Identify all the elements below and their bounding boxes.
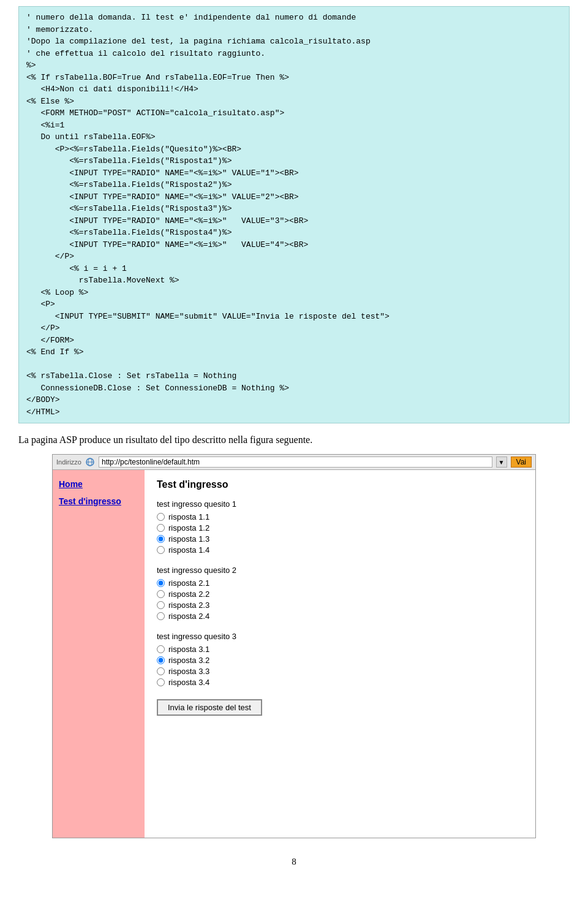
question-block-3: test ingresso quesito 3risposta 3.1rispo… [157, 632, 523, 687]
answer-row-3-4: risposta 3.4 [157, 678, 523, 687]
browser-addressbar: Indirizzo ▼ Vai [53, 455, 535, 470]
submit-button[interactable]: Invia le risposte del test [157, 699, 262, 716]
answer-row-1-2: risposta 1.2 [157, 523, 523, 533]
globe-icon [85, 457, 95, 467]
question-label-3: test ingresso quesito 3 [157, 632, 523, 641]
answer-label-3-2: risposta 3.2 [168, 656, 209, 665]
answer-label-1-2: risposta 1.2 [168, 523, 209, 533]
answer-row-1-3: risposta 1.3 [157, 534, 523, 544]
description-text: La pagina ASP produce un risultato del t… [18, 434, 570, 445]
answer-row-3-3: risposta 3.3 [157, 667, 523, 676]
answer-row-2-3: risposta 2.3 [157, 601, 523, 610]
go-button[interactable]: Vai [511, 457, 532, 468]
radio-q1-a1[interactable] [157, 513, 165, 521]
question-label-1: test ingresso quesito 1 [157, 499, 523, 509]
answer-row-3-2: risposta 3.2 [157, 656, 523, 665]
radio-q2-a3[interactable] [157, 601, 165, 609]
sidebar-link-test[interactable]: Test d'ingresso [59, 496, 138, 506]
answer-label-2-1: risposta 2.1 [168, 578, 209, 588]
answer-row-2-1: risposta 2.1 [157, 578, 523, 588]
answer-label-2-3: risposta 2.3 [168, 601, 209, 610]
radio-q1-a2[interactable] [157, 524, 165, 532]
browser-main: Test d'ingresso test ingresso quesito 1r… [145, 470, 535, 838]
page-number: 8 [18, 857, 570, 867]
question-label-2: test ingresso quesito 2 [157, 566, 523, 575]
address-label: Indirizzo [56, 458, 81, 466]
browser-sidebar: Home Test d'ingresso [53, 470, 145, 838]
answer-label-2-4: risposta 2.4 [168, 612, 209, 621]
radio-q3-a1[interactable] [157, 645, 165, 653]
page-title: Test d'ingresso [157, 479, 523, 490]
radio-q1-a3[interactable] [157, 535, 165, 543]
radio-q2-a1[interactable] [157, 579, 165, 587]
radio-q3-a2[interactable] [157, 656, 165, 664]
questions-container: test ingresso quesito 1risposta 1.1rispo… [157, 499, 523, 687]
url-input[interactable] [99, 457, 492, 468]
answer-row-2-2: risposta 2.2 [157, 589, 523, 599]
browser-content: Home Test d'ingresso Test d'ingresso tes… [53, 470, 535, 838]
answer-row-3-1: risposta 3.1 [157, 645, 523, 654]
answer-row-2-4: risposta 2.4 [157, 612, 523, 621]
answer-label-1-1: risposta 1.1 [168, 512, 209, 521]
radio-q3-a3[interactable] [157, 667, 165, 675]
submit-row: Invia le risposte del test [157, 699, 523, 716]
answer-row-1-1: risposta 1.1 [157, 512, 523, 521]
page-wrapper: ' numero della domanda. Il test e' indip… [0, 0, 588, 885]
radio-q2-a2[interactable] [157, 590, 165, 598]
dropdown-icon[interactable]: ▼ [496, 457, 507, 468]
answer-label-3-1: risposta 3.1 [168, 645, 209, 654]
radio-q1-a4[interactable] [157, 546, 165, 554]
question-block-1: test ingresso quesito 1risposta 1.1rispo… [157, 499, 523, 555]
sidebar-link-home[interactable]: Home [59, 479, 138, 489]
radio-q3-a4[interactable] [157, 678, 165, 686]
code-block: ' numero della domanda. Il test e' indip… [18, 6, 570, 423]
answer-label-3-3: risposta 3.3 [168, 667, 209, 676]
browser-frame: Indirizzo ▼ Vai Home Test d'ingresso [52, 454, 536, 838]
answer-label-1-3: risposta 1.3 [168, 534, 209, 544]
answer-row-1-4: risposta 1.4 [157, 545, 523, 555]
answer-label-3-4: risposta 3.4 [168, 678, 209, 687]
answer-label-2-2: risposta 2.2 [168, 589, 209, 599]
answer-label-1-4: risposta 1.4 [168, 545, 209, 555]
radio-q2-a4[interactable] [157, 612, 165, 620]
question-block-2: test ingresso quesito 2risposta 2.1rispo… [157, 566, 523, 621]
